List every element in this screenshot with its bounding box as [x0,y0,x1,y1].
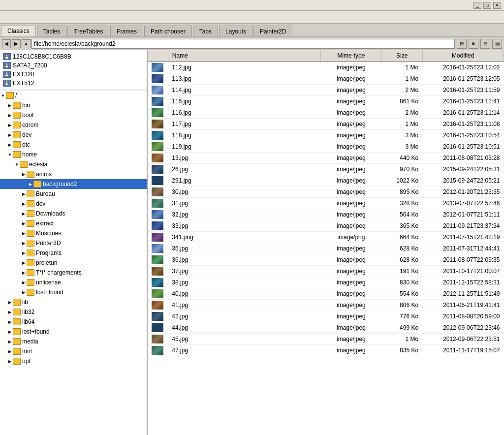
file-name-cell[interactable]: 114.jpg [168,85,320,96]
theme-dark-button[interactable] [17,17,21,18]
drive-item[interactable]: 💾 EXT512 [0,79,147,88]
tree-item[interactable]: ▶ Musiques [0,228,147,238]
tab-painter2d[interactable]: Painter2D [253,26,292,36]
file-name-cell[interactable]: 45.jpg [168,334,320,345]
tree-item[interactable]: ▶ Bureau [0,189,147,199]
file-name-cell[interactable]: 38.jpg [168,277,320,288]
file-name-cell[interactable]: 116.jpg [168,107,320,119]
table-row[interactable]: 113.jpgimage/jpeg1 Mo2016-01-25T23:12:05 [148,73,504,85]
table-row[interactable]: 116.jpgimage/jpeg2 Mo2016-01-25T23:11:14 [148,107,504,119]
file-name-cell[interactable]: 35.jpg [168,243,320,254]
tree-item[interactable]: ▶ anims [0,169,147,179]
file-name-cell[interactable]: 119.jpg [168,141,320,153]
file-name-cell[interactable]: 115.jpg [168,96,320,107]
table-row[interactable]: 42.jpgimage/jpeg776 Ko2011-08-08T20:59:0… [148,311,504,322]
tree-item[interactable]: ▶ boot [0,110,147,120]
tree-item[interactable]: ▶ T*I* chargements [0,268,147,278]
table-row[interactable]: 31.jpgimage/jpeg328 Ko2013-07-07T22:57:4… [148,198,504,209]
address-input[interactable] [32,39,455,49]
table-row[interactable]: 119.jpgimage/jpeg3 Mo2016-01-25T23:10:51 [148,141,504,153]
tree-item[interactable]: ▶ dev [0,199,147,209]
tree-item[interactable]: ▼ home [0,150,147,159]
forward-button[interactable]: ▶ [12,39,21,48]
file-name-cell[interactable]: 31.jpg [168,198,320,209]
tab-layouts[interactable]: Layouts [219,26,252,36]
up-button[interactable]: ▲ [22,39,31,48]
col-header-size[interactable]: Size [381,50,422,62]
file-name-cell[interactable]: 37.jpg [168,266,320,277]
tree-item[interactable]: ▶ unlicense [0,278,147,287]
col-header-name[interactable]: Name [168,50,320,62]
table-row[interactable]: 44.jpgimage/jpeg499 Ko2012-09-06T22:23:4… [148,322,504,334]
tree-item[interactable]: ▶ Programs [0,248,147,258]
file-name-cell[interactable]: 44.jpg [168,322,320,334]
drive-item[interactable]: 💾 SATA2_7200 [0,61,147,70]
maximize-button[interactable]: □ [483,2,491,9]
table-row[interactable]: 118.jpgimage/jpeg3 Mo2016-01-25T23:10:54 [148,130,504,141]
tree-item[interactable]: ▶ lost+found [0,287,147,297]
file-name-cell[interactable]: 117.jpg [168,119,320,130]
table-row[interactable]: 32.jpgimage/jpeg564 Ko2012-01-07T21:51:1… [148,209,504,220]
theme-light-button[interactable] [10,17,14,18]
table-row[interactable]: 112.jpgimage/jpeg1 Mo2016-01-25T23:12:02 [148,62,504,73]
back-button[interactable]: ◀ [2,39,11,48]
tree-item[interactable]: ▶ lib [0,297,147,307]
tree-item[interactable]: ▼ / [0,91,147,100]
tab-treetables[interactable]: TreeTables [67,26,109,36]
file-name-cell[interactable]: 113.jpg [168,73,320,85]
file-name-cell[interactable]: 42.jpg [168,311,320,322]
table-row[interactable]: 115.jpgimage/jpeg861 Ko2016-01-25T23:11:… [148,96,504,107]
file-name-cell[interactable]: 26.jpg [168,164,320,175]
tree-item[interactable]: ▶ lib64 [0,317,147,327]
table-row[interactable]: 30.jpgimage/jpeg895 Ko2012-01-20T21:23:3… [148,186,504,198]
file-name-cell[interactable]: 30.jpg [168,186,320,198]
tab-tables[interactable]: Tables [37,26,67,36]
table-row[interactable]: 26.jpgimage/jpeg970 Ko2015-09-24T22:05:3… [148,164,504,175]
file-name-cell[interactable]: 36.jpg [168,254,320,266]
minimize-button[interactable]: _ [473,2,481,9]
tree-item[interactable]: ▶ cdrom [0,120,147,130]
view-compact-button[interactable]: ▤ [492,39,502,49]
file-name-cell[interactable]: 33.jpg [168,220,320,232]
file-name-cell[interactable]: 41.jpg [168,300,320,311]
tree-item[interactable]: ▶ opt [0,356,147,366]
table-row[interactable]: 41.jpgimage/jpeg806 Ko2011-06-21T19:41:4… [148,300,504,311]
tree-item[interactable]: ▶ bin [0,100,147,110]
tree-item[interactable]: ▶ dev [0,130,147,140]
tab-path-chooser[interactable]: Path chooser [144,26,192,36]
table-row[interactable]: 35.jpgimage/jpeg628 Ko2011-07-31T12:44:4… [148,243,504,254]
tree-item[interactable]: ▶ lib32 [0,307,147,317]
table-row[interactable]: 291.jpgimage/jpeg1022 Ko2015-09-24T22:05… [148,175,504,186]
tab-tabs[interactable]: Tabs [193,26,218,36]
tab-frames[interactable]: Frames [110,26,143,36]
table-row[interactable]: 45.jpgimage/jpeg1 Mo2012-09-06T22:23:51 [148,334,504,345]
file-name-cell[interactable]: 118.jpg [168,130,320,141]
file-name-cell[interactable]: 291.jpg [168,175,320,186]
table-row[interactable]: 40.jpgimage/jpeg554 Ko2012-11-25T11:51:4… [148,288,504,300]
tree-item[interactable]: ▶ mnt [0,346,147,356]
table-row[interactable]: 47.jpgimage/jpeg835 Ko2011-11-17T19:15:0… [148,345,504,356]
tree-item[interactable]: ▶ lost+found [0,327,147,337]
tree-item[interactable]: ▶ extract [0,218,147,228]
tree-item[interactable]: ▶ background2 [0,179,147,189]
file-name-cell[interactable]: 40.jpg [168,288,320,300]
file-name-cell[interactable]: 341.png [168,232,320,243]
file-name-cell[interactable]: 32.jpg [168,209,320,220]
tree-item[interactable]: ▶ media [0,337,147,346]
file-name-cell[interactable]: 13.jpg [168,153,320,164]
table-row[interactable]: 38.jpgimage/jpeg830 Ko2011-12-15T22:58:3… [148,277,504,288]
view-grid-button[interactable]: ⊟ [480,39,490,49]
close-button[interactable]: ✕ [493,2,501,9]
tree-item[interactable]: ▶ projetun [0,258,147,268]
table-row[interactable]: 37.jpgimage/jpeg191 Ko2011-10-17T21:00:0… [148,266,504,277]
tree-item[interactable]: ▼ eclesia [0,159,147,169]
view-list-button[interactable]: ≡ [469,39,478,49]
table-row[interactable]: 13.jpgimage/jpeg440 Ko2011-08-08T21:03:2… [148,153,504,164]
drive-item[interactable]: 💾 128C1C8B8C1C6B8B [0,52,147,61]
view-details-button[interactable]: ⊞ [457,39,467,49]
table-row[interactable]: 117.jpgimage/jpeg1 Mo2016-01-25T23:11:08 [148,119,504,130]
table-row[interactable]: 36.jpgimage/jpeg628 Ko2011-08-07T22:09:3… [148,254,504,266]
tab-classics[interactable]: Classics [1,26,36,36]
tree-item[interactable]: ▶ Printer3D [0,238,147,248]
table-row[interactable]: 114.jpgimage/jpeg2 Mo2016-01-25T23:11:59 [148,85,504,96]
